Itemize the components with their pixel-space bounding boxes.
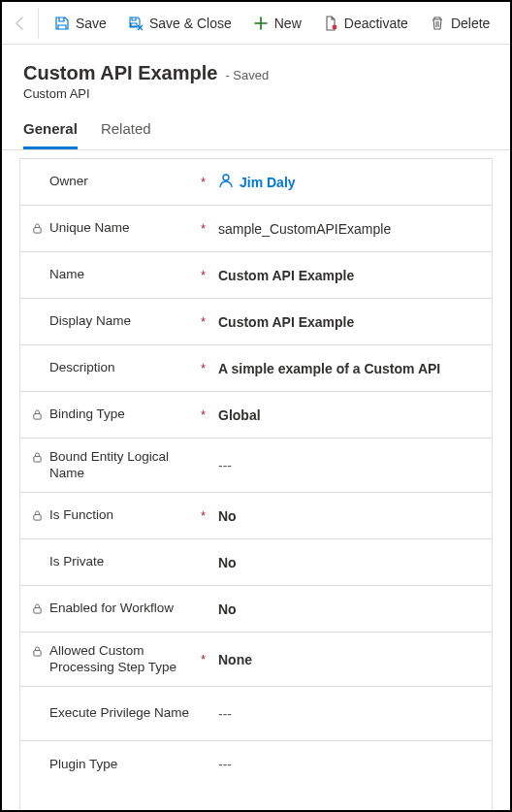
form-header: Custom API Example - Saved Custom API xyxy=(2,45,510,109)
field-allowed-step: Allowed Custom Processing Step Type * No… xyxy=(20,633,492,687)
is-function-label: Is Function xyxy=(49,507,113,524)
owner-label: Owner xyxy=(49,174,88,190)
deactivate-button[interactable]: Deactivate xyxy=(313,8,418,39)
tab-general[interactable]: General xyxy=(23,120,78,149)
delete-label: Delete xyxy=(451,16,490,31)
exec-priv-label: Execute Privilege Name xyxy=(49,705,189,722)
save-close-button[interactable]: Save & Close xyxy=(118,8,241,39)
save-button[interactable]: Save xyxy=(45,8,116,39)
plugin-type-value[interactable]: --- xyxy=(218,757,492,772)
lock-icon xyxy=(32,509,44,524)
allowed-step-value[interactable]: None xyxy=(218,652,492,667)
exec-priv-value[interactable]: --- xyxy=(218,706,492,722)
field-is-private: Is Private No xyxy=(20,539,492,586)
required-indicator: * xyxy=(201,361,218,375)
field-description: Description * A simple example of a Cust… xyxy=(20,345,492,392)
back-button[interactable] xyxy=(8,8,39,39)
svg-point-0 xyxy=(332,24,336,29)
deactivate-label: Deactivate xyxy=(344,16,408,31)
required-indicator: * xyxy=(201,314,218,329)
unique-name-value[interactable]: sample_CustomAPIExample xyxy=(218,221,492,237)
field-plugin-type: Plugin Type --- xyxy=(20,741,492,788)
svg-rect-7 xyxy=(34,650,41,656)
field-name: Name * Custom API Example xyxy=(20,252,492,299)
bound-entity-label: Bound Entity Logical Name xyxy=(49,449,201,482)
page-title: Custom API Example xyxy=(23,62,217,84)
plugin-type-label: Plugin Type xyxy=(49,757,117,773)
field-bound-entity: Bound Entity Logical Name --- xyxy=(20,438,492,493)
description-label: Description xyxy=(49,360,115,376)
binding-type-label: Binding Type xyxy=(49,406,125,423)
display-name-value[interactable]: Custom API Example xyxy=(218,314,492,330)
lock-icon xyxy=(32,408,44,423)
field-is-function: Is Function * No xyxy=(20,493,492,539)
form-body: Owner * Jim Daly Unique Name * sample_Cu… xyxy=(2,150,510,810)
form-window: Save Save & Close New Deactivate Delete … xyxy=(0,0,512,812)
is-private-label: Is Private xyxy=(49,554,104,570)
plus-icon xyxy=(253,16,269,31)
lock-icon xyxy=(32,451,44,466)
required-indicator: * xyxy=(201,175,218,189)
svg-rect-5 xyxy=(34,515,41,521)
name-label: Name xyxy=(49,267,84,283)
enabled-workflow-value[interactable]: No xyxy=(218,601,492,617)
lock-icon xyxy=(32,645,44,660)
tab-related[interactable]: Related xyxy=(101,120,151,149)
command-bar: Save Save & Close New Deactivate Delete xyxy=(2,2,510,45)
required-indicator: * xyxy=(201,508,218,523)
field-owner: Owner * Jim Daly xyxy=(20,159,492,206)
delete-button[interactable]: Delete xyxy=(420,8,499,39)
field-display-name: Display Name * Custom API Example xyxy=(20,299,492,345)
lock-icon xyxy=(32,602,44,617)
field-exec-priv: Execute Privilege Name --- xyxy=(20,687,492,741)
svg-rect-3 xyxy=(34,414,41,420)
save-close-icon xyxy=(128,16,144,31)
display-name-label: Display Name xyxy=(49,313,131,330)
svg-rect-4 xyxy=(34,456,41,462)
field-binding-type: Binding Type * Global xyxy=(20,392,492,438)
bound-entity-value[interactable]: --- xyxy=(218,458,492,473)
required-indicator: * xyxy=(201,268,218,282)
user-icon xyxy=(218,173,234,191)
description-value[interactable]: A simple example of a Custom API xyxy=(218,361,492,376)
is-private-value[interactable]: No xyxy=(218,555,492,570)
lock-icon xyxy=(32,222,44,237)
field-enabled-workflow: Enabled for Workflow No xyxy=(20,586,492,633)
save-label: Save xyxy=(76,16,107,31)
trash-icon xyxy=(430,16,445,31)
unique-name-label: Unique Name xyxy=(49,220,130,237)
save-close-label: Save & Close xyxy=(149,16,232,31)
allowed-step-label: Allowed Custom Processing Step Type xyxy=(49,643,201,676)
required-indicator: * xyxy=(201,652,218,666)
svg-rect-6 xyxy=(34,608,41,614)
required-indicator: * xyxy=(201,407,218,422)
binding-type-value[interactable]: Global xyxy=(218,407,492,423)
field-unique-name: Unique Name * sample_CustomAPIExample xyxy=(20,206,492,252)
entity-name: Custom API xyxy=(23,86,489,101)
save-icon xyxy=(54,16,70,31)
required-indicator: * xyxy=(201,221,218,236)
owner-link[interactable]: Jim Daly xyxy=(240,175,296,190)
new-button[interactable]: New xyxy=(243,8,311,39)
back-arrow-icon xyxy=(13,16,28,31)
is-function-value[interactable]: No xyxy=(218,508,492,524)
svg-point-1 xyxy=(223,175,229,180)
deactivate-icon xyxy=(323,16,338,31)
save-status: - Saved xyxy=(225,68,269,82)
enabled-workflow-label: Enabled for Workflow xyxy=(49,601,174,617)
owner-value[interactable]: Jim Daly xyxy=(218,173,492,191)
form-section: Owner * Jim Daly Unique Name * sample_Cu… xyxy=(19,158,493,810)
new-label: New xyxy=(274,16,302,31)
svg-rect-2 xyxy=(34,228,41,234)
name-value[interactable]: Custom API Example xyxy=(218,268,492,283)
tab-bar: General Related xyxy=(2,109,510,150)
